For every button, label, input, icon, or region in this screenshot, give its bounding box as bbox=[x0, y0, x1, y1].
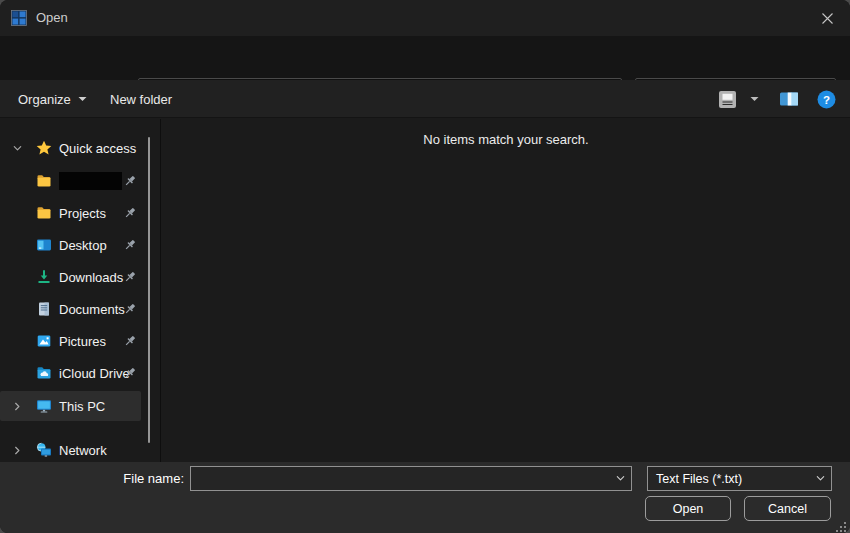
sidebar-item-label: Desktop bbox=[59, 238, 107, 253]
sidebar-item-projects[interactable]: Projects bbox=[0, 198, 146, 228]
chevron-down-icon[interactable] bbox=[9, 143, 25, 154]
sidebar-item-label: Network bbox=[59, 443, 107, 458]
file-name-combo[interactable] bbox=[190, 466, 632, 491]
pin-icon[interactable] bbox=[122, 173, 138, 189]
help-icon: ? bbox=[817, 90, 836, 109]
sidebar-item-network[interactable]: Network bbox=[0, 435, 146, 465]
new-folder-button[interactable]: New folder bbox=[110, 80, 172, 118]
command-bar: Organize New folder bbox=[0, 80, 850, 118]
file-type-dropdown-button[interactable] bbox=[809, 473, 831, 484]
pin-icon[interactable] bbox=[122, 301, 138, 317]
sidebar-item-quick-access[interactable]: Quick access bbox=[0, 133, 146, 163]
file-name-label: File name: bbox=[0, 466, 184, 491]
sidebar-item-icloud-drive[interactable]: iCloud Drive bbox=[0, 358, 146, 388]
sidebar-scrollbar[interactable] bbox=[148, 137, 150, 443]
open-dialog-window: Open bbox=[0, 0, 850, 533]
chevron-right-icon[interactable] bbox=[9, 445, 25, 456]
view-mode-caret-button[interactable] bbox=[745, 87, 763, 111]
pin-icon[interactable] bbox=[122, 237, 138, 253]
close-icon bbox=[821, 12, 834, 25]
file-name-input[interactable] bbox=[191, 467, 609, 490]
app-window-icon bbox=[11, 10, 27, 26]
title-bar: Open bbox=[0, 0, 850, 36]
chevron-down-icon bbox=[815, 473, 826, 484]
sidebar-item-redacted-folder[interactable] bbox=[0, 166, 146, 196]
open-button[interactable]: Open bbox=[645, 496, 731, 521]
sidebar-item-label: Downloads bbox=[59, 270, 123, 285]
dialog-footer: File name: Text Files (*.txt) Open Cance… bbox=[0, 462, 850, 533]
preview-pane-button[interactable] bbox=[776, 87, 802, 111]
pin-icon[interactable] bbox=[122, 205, 138, 221]
content-area: Quick access Projects bbox=[0, 119, 850, 462]
documents-icon bbox=[36, 301, 52, 317]
window-title: Open bbox=[36, 0, 68, 36]
file-list-pane[interactable]: No items match your search. bbox=[162, 119, 850, 462]
cancel-button[interactable]: Cancel bbox=[744, 496, 831, 521]
redacted-label bbox=[59, 172, 122, 190]
sidebar-item-label: iCloud Drive bbox=[59, 366, 130, 381]
pin-icon[interactable] bbox=[122, 269, 138, 285]
organize-button[interactable]: Organize bbox=[18, 80, 87, 118]
sidebar-item-label: Projects bbox=[59, 206, 106, 221]
navigation-pane: Quick access Projects bbox=[0, 119, 161, 462]
sidebar-item-label: Quick access bbox=[59, 141, 136, 156]
sidebar-item-desktop[interactable]: Desktop bbox=[0, 230, 146, 260]
file-type-select[interactable]: Text Files (*.txt) bbox=[647, 466, 832, 491]
sidebar-item-label: Documents bbox=[59, 302, 125, 317]
new-folder-label: New folder bbox=[110, 92, 172, 107]
svg-text:?: ? bbox=[822, 93, 829, 105]
pictures-icon bbox=[36, 333, 52, 349]
organize-label: Organize bbox=[18, 92, 71, 107]
chevron-down-icon bbox=[78, 96, 87, 102]
sidebar-item-downloads[interactable]: Downloads bbox=[0, 262, 146, 292]
chevron-down-icon bbox=[615, 473, 626, 484]
sidebar-item-label: This PC bbox=[59, 399, 105, 414]
icloud-drive-icon bbox=[36, 365, 52, 381]
chevron-down-icon bbox=[750, 96, 759, 102]
chevron-right-icon[interactable] bbox=[9, 401, 25, 412]
pin-icon[interactable] bbox=[122, 333, 138, 349]
folder-icon bbox=[36, 173, 52, 189]
close-button[interactable] bbox=[804, 0, 850, 36]
help-button[interactable]: ? bbox=[813, 87, 839, 111]
preview-pane-icon bbox=[779, 91, 799, 107]
this-pc-icon bbox=[36, 398, 52, 414]
file-type-value: Text Files (*.txt) bbox=[648, 472, 809, 486]
sidebar-item-this-pc[interactable]: This PC bbox=[0, 391, 141, 421]
pin-icon[interactable] bbox=[122, 365, 138, 381]
sidebar-item-label: Pictures bbox=[59, 334, 106, 349]
view-mode-button[interactable] bbox=[714, 87, 740, 111]
view-mode-icon bbox=[718, 90, 737, 109]
downloads-icon bbox=[36, 269, 52, 285]
empty-state-message: No items match your search. bbox=[162, 132, 850, 147]
star-icon bbox=[36, 140, 52, 156]
resize-grip-icon[interactable] bbox=[835, 519, 847, 531]
sidebar-item-documents[interactable]: Documents bbox=[0, 294, 146, 324]
navigation-bar: This PC Desktop bbox=[0, 36, 850, 80]
folder-icon bbox=[36, 205, 52, 221]
sidebar-item-pictures[interactable]: Pictures bbox=[0, 326, 146, 356]
file-name-dropdown-button[interactable] bbox=[609, 473, 631, 484]
desktop-icon bbox=[36, 237, 52, 253]
network-icon bbox=[36, 442, 52, 458]
